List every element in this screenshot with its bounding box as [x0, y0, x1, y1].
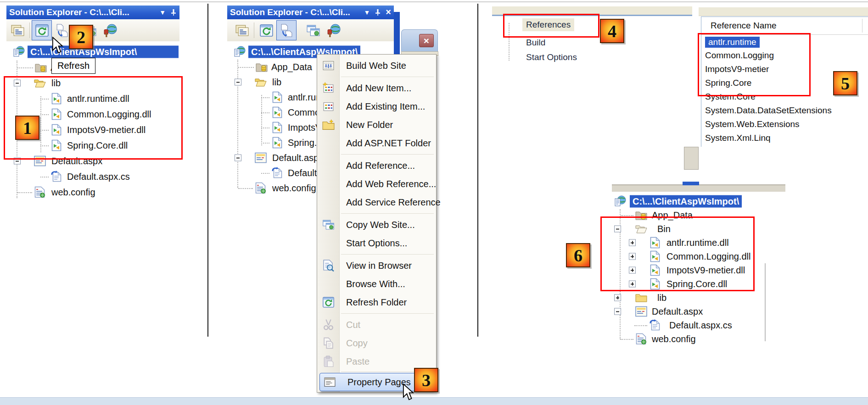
tree-label: lib — [657, 293, 666, 303]
collapse-expander-icon[interactable] — [235, 78, 241, 85]
collapse-expander-icon[interactable] — [614, 308, 621, 315]
panel-divider-1 — [207, 4, 208, 337]
add-new-item-icon — [322, 82, 335, 94]
pin-icon[interactable] — [375, 9, 381, 16]
panel-divider-2 — [477, 4, 478, 337]
menu-item-add-existing-item[interactable]: Add Existing Item... — [319, 97, 435, 116]
asp-net-configuration-icon — [103, 23, 117, 38]
menu-item-browse-with[interactable]: Browse With... — [319, 275, 435, 293]
cs-file-icon — [50, 171, 62, 183]
tree-row-default-aspx-cs[interactable]: Default.aspx.cs — [606, 318, 787, 332]
annotation-badge-6: 6 — [566, 243, 590, 267]
paste-icon — [322, 355, 335, 368]
menu-item-view-in-browser[interactable]: View in Browser — [319, 256, 435, 275]
refresh-tooltip: Refresh — [51, 58, 95, 74]
web-config-icon — [34, 186, 46, 198]
cs-file-icon — [649, 319, 661, 331]
close-icon[interactable]: × — [419, 34, 434, 47]
tree-label: web.config — [652, 334, 696, 344]
tree-label-root: C:\...\ClientAspWsImpot\ — [630, 195, 742, 208]
tree-label: App_Data — [271, 61, 312, 72]
annotation-rect-reference-names — [698, 33, 811, 96]
close-icon[interactable]: × — [386, 7, 391, 17]
copy-web-site-icon — [306, 23, 320, 38]
menu-item-build-web-site[interactable]: Build Web Site — [319, 56, 435, 75]
app-data-folder-icon — [256, 61, 268, 73]
property-pages-icon — [324, 376, 336, 388]
menu-item-add-reference[interactable]: Add Reference... — [319, 156, 435, 175]
toolbar-separator — [254, 22, 254, 38]
aspx-file-icon — [255, 152, 267, 164]
refresh-icon — [259, 23, 274, 38]
reference-list-header[interactable]: Reference Name — [701, 17, 868, 35]
add-existing-item-icon — [322, 100, 335, 113]
tree-row-default-aspx[interactable]: Default.aspx — [606, 305, 787, 318]
menu-item-copy-web-site[interactable]: Copy Web Site... — [319, 216, 435, 234]
copy-web-site-icon — [322, 219, 335, 231]
expand-expander-icon[interactable] — [614, 294, 621, 301]
refresh-folder-icon — [322, 296, 335, 309]
tree-row-website-root[interactable]: C:\...\ClientAspWsImpot\ — [606, 194, 787, 208]
menu-separator — [341, 77, 434, 77]
nest-related-files-button[interactable] — [276, 20, 297, 40]
nav-item-build[interactable]: Build — [526, 38, 545, 48]
menu-item-add-service-reference[interactable]: Add Service Reference — [319, 193, 435, 211]
dialog-blue-notch — [683, 182, 699, 185]
tree-label: lib — [272, 77, 281, 87]
properties-icon — [235, 23, 249, 38]
solution-explorer-left-titlebar: Solution Explorer - C:\...\Cli... ▼ — [6, 6, 179, 19]
menu-item-cut: Cut — [319, 316, 435, 334]
menu-item-new-folder[interactable]: New Folder — [319, 116, 435, 134]
asp-net-configuration-button[interactable] — [100, 20, 120, 40]
dll-file-icon — [271, 137, 283, 149]
solution-explorer-middle-toolbar — [227, 19, 394, 42]
chevron-down-icon[interactable]: ▼ — [364, 9, 370, 16]
copy-icon — [322, 337, 335, 350]
dll-file-icon — [271, 122, 283, 133]
menu-item-add-new-item[interactable]: Add New Item... — [319, 79, 435, 97]
menu-item-refresh-folder[interactable]: Refresh Folder — [319, 293, 435, 311]
asp-net-configuration-button[interactable] — [323, 20, 343, 40]
window-title: Solution Explorer - C:\...\Cli... — [9, 7, 155, 17]
tree-row-default-aspx-cs[interactable]: Default.aspx.cs — [6, 169, 179, 184]
collapse-expander-icon[interactable] — [235, 154, 241, 161]
annotation-badge-1: 1 — [15, 116, 39, 140]
pin-icon[interactable] — [170, 9, 177, 16]
dialog-top-strip — [699, 7, 868, 16]
tree-row-web-config[interactable]: web.config — [606, 332, 787, 346]
menu-separator — [341, 313, 434, 314]
dll-file-icon — [271, 91, 283, 103]
nav-item-start-options[interactable]: Start Options — [526, 52, 577, 62]
website-root-icon — [614, 195, 626, 207]
tree-row-lib[interactable]: lib — [606, 291, 787, 305]
tree-row-web-config[interactable]: web.config — [6, 184, 179, 200]
aspx-file-icon — [635, 305, 647, 317]
copy-web-site-button[interactable] — [303, 20, 323, 40]
asp-net-configuration-icon — [326, 23, 341, 38]
tree-label: web.config — [51, 187, 95, 198]
toolbar-separator — [29, 22, 30, 38]
menu-item-add-web-reference[interactable]: Add Web Reference... — [319, 175, 435, 193]
annotation-badge-4: 4 — [600, 19, 624, 43]
menu-item-start-options[interactable]: Start Options... — [319, 234, 435, 252]
website-root-icon — [13, 46, 25, 58]
properties-icon — [11, 23, 25, 38]
view-in-browser-icon — [322, 260, 335, 272]
cut-icon — [322, 319, 335, 331]
annotation-badge-2: 2 — [69, 25, 93, 49]
window-title: Solution Explorer - C:\...\Cli... — [230, 7, 359, 17]
web-config-icon — [255, 182, 267, 194]
bottom-strip — [0, 397, 868, 405]
properties-button[interactable] — [7, 20, 28, 40]
menu-item-add-aspnet-folder[interactable]: Add ASP.NET Folder — [319, 134, 435, 152]
app-data-folder-icon — [35, 61, 47, 73]
tree-label-root: C:\...\ClientAspWsImpot\ — [28, 46, 179, 58]
mouse-cursor — [51, 37, 63, 54]
tree-label: Default.aspx — [652, 306, 703, 317]
top-border-line — [0, 1, 868, 2]
refresh-button[interactable] — [256, 20, 276, 40]
cs-file-icon — [271, 167, 283, 179]
annotation-badge-5: 5 — [833, 71, 857, 95]
refresh-button[interactable] — [32, 20, 52, 40]
chevron-down-icon[interactable]: ▼ — [159, 9, 166, 16]
